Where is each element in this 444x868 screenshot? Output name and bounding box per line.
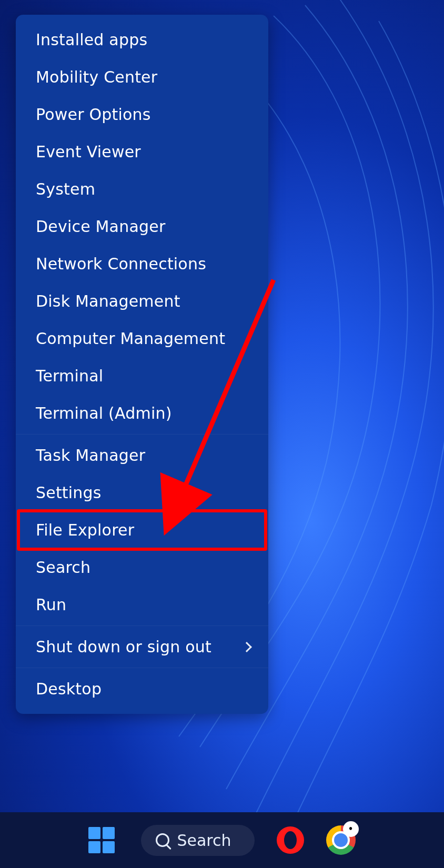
menu-separator — [16, 434, 268, 435]
menu-item-mobility-center[interactable]: Mobility Center — [16, 58, 268, 96]
menu-item-label: System — [36, 180, 95, 198]
menu-item-label: Device Manager — [36, 217, 165, 236]
menu-item-power-options[interactable]: Power Options — [16, 96, 268, 133]
menu-item-event-viewer[interactable]: Event Viewer — [16, 133, 268, 170]
menu-item-device-manager[interactable]: Device Manager — [16, 208, 268, 245]
menu-item-label: Shut down or sign out — [36, 638, 211, 656]
menu-item-label: Desktop — [36, 680, 102, 698]
menu-item-shut-down-or-sign-out[interactable]: Shut down or sign out — [16, 628, 268, 665]
menu-item-disk-management[interactable]: Disk Management — [16, 282, 268, 320]
menu-separator — [16, 625, 268, 626]
menu-item-label: Terminal — [36, 367, 103, 385]
menu-item-installed-apps[interactable]: Installed apps — [16, 21, 268, 58]
winx-menu: Installed appsMobility CenterPower Optio… — [16, 15, 268, 714]
menu-item-network-connections[interactable]: Network Connections — [16, 245, 268, 282]
search-icon — [156, 833, 169, 847]
menu-item-label: Mobility Center — [36, 68, 157, 86]
menu-item-system[interactable]: System — [16, 170, 268, 208]
taskbar-app-chrome[interactable]: • — [326, 825, 356, 855]
menu-item-label: Event Viewer — [36, 143, 141, 161]
opera-icon — [277, 826, 304, 854]
menu-item-file-explorer[interactable]: File Explorer — [16, 511, 268, 549]
menu-item-label: Installed apps — [36, 31, 147, 49]
taskbar-search-label: Search — [177, 831, 231, 850]
chrome-notification-badge: • — [343, 821, 359, 837]
menu-item-terminal[interactable]: Terminal — [16, 357, 268, 395]
menu-item-label: Terminal (Admin) — [36, 404, 172, 422]
taskbar: Search • — [0, 812, 444, 868]
menu-item-search[interactable]: Search — [16, 549, 268, 586]
menu-item-label: Task Manager — [36, 446, 145, 465]
start-button[interactable] — [88, 827, 115, 853]
menu-item-task-manager[interactable]: Task Manager — [16, 437, 268, 474]
menu-item-settings[interactable]: Settings — [16, 474, 268, 511]
menu-item-desktop[interactable]: Desktop — [16, 670, 268, 708]
menu-item-label: Computer Management — [36, 329, 225, 348]
menu-item-label: Search — [36, 558, 90, 577]
menu-item-label: Disk Management — [36, 292, 180, 310]
menu-item-run[interactable]: Run — [16, 586, 268, 623]
menu-item-terminal-admin[interactable]: Terminal (Admin) — [16, 395, 268, 432]
chevron-right-icon — [241, 642, 252, 652]
menu-item-label: Settings — [36, 483, 102, 502]
menu-item-computer-management[interactable]: Computer Management — [16, 320, 268, 357]
menu-separator — [16, 668, 268, 668]
taskbar-app-opera[interactable] — [276, 825, 305, 855]
menu-item-label: Run — [36, 596, 66, 614]
taskbar-search[interactable]: Search — [141, 825, 254, 856]
menu-item-label: Power Options — [36, 105, 151, 124]
menu-item-label: File Explorer — [36, 521, 134, 539]
menu-item-label: Network Connections — [36, 255, 206, 273]
